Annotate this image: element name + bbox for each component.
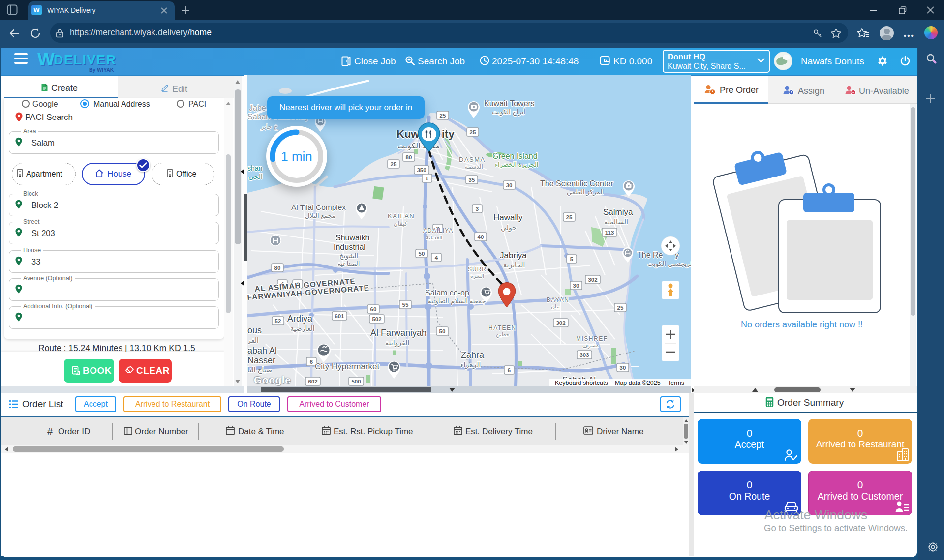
svg-text:Kuwait Towers: Kuwait Towers xyxy=(484,99,535,108)
svg-text:5: 5 xyxy=(570,256,574,262)
svg-text:The Scientific Center: The Scientific Center xyxy=(540,179,613,188)
svg-text:الجزيرة الخضراء: الجزيرة الخضراء xyxy=(495,161,539,169)
svg-text:601: 601 xyxy=(335,313,344,319)
svg-text:صباح النا: صباح النا xyxy=(247,366,272,374)
svg-text:25: 25 xyxy=(391,161,397,167)
svg-text:Jabe: Jabe xyxy=(249,104,266,112)
svg-text:Industrial: Industrial xyxy=(334,243,365,251)
svg-text:52: 52 xyxy=(275,318,281,324)
svg-text:80: 80 xyxy=(274,265,281,271)
svg-text:Nasser: Nasser xyxy=(247,355,275,365)
svg-text:3: 3 xyxy=(476,206,479,212)
svg-text:الدسمة: الدسمة xyxy=(465,163,483,170)
svg-text:الجابرية: الجابرية xyxy=(503,261,525,269)
svg-text:Al Farwaniyah: Al Farwaniyah xyxy=(370,328,426,338)
svg-text:SURR: SURR xyxy=(468,266,487,273)
svg-text:25: 25 xyxy=(617,305,624,311)
svg-text:KAIFAN: KAIFAN xyxy=(388,212,415,220)
svg-text:السالمية: السالمية xyxy=(604,218,628,226)
svg-text:Map data ©2025: Map data ©2025 xyxy=(615,380,661,386)
svg-text:abah Al: abah Al xyxy=(247,346,277,355)
svg-text:الحي: الحي xyxy=(248,173,263,181)
svg-text:DASMA: DASMA xyxy=(459,156,486,163)
svg-text:ous: ous xyxy=(247,325,262,335)
svg-text:30: 30 xyxy=(573,283,579,289)
svg-text:الفروانية: الفروانية xyxy=(385,339,409,347)
svg-text:6: 6 xyxy=(508,367,511,373)
svg-text:حولي: حولي xyxy=(501,224,517,232)
svg-text:Salam co-op: Salam co-op xyxy=(425,289,469,297)
svg-text:حطين: حطين xyxy=(496,331,510,338)
svg-text:60: 60 xyxy=(370,306,377,312)
svg-text:Ardiya: Ardiya xyxy=(287,314,313,324)
svg-text:السرة: السرة xyxy=(470,273,484,279)
svg-text:كيفان: كيفان xyxy=(394,220,407,227)
svg-text:العديلية: العديلية xyxy=(426,235,442,240)
svg-text:Shuwaikh: Shuwaikh xyxy=(335,234,369,242)
svg-text:4: 4 xyxy=(435,255,438,261)
svg-text:Al Tilal Complex: Al Tilal Complex xyxy=(291,203,346,211)
svg-text:BAYAN: BAYAN xyxy=(547,296,569,303)
svg-text:MISHREF: MISHREF xyxy=(576,335,608,342)
svg-text:The Re: The Re xyxy=(637,251,663,259)
svg-text:بيان: بيان xyxy=(551,303,560,309)
svg-text:ity: ity xyxy=(442,128,455,140)
svg-text:مجمع التلال: مجمع التلال xyxy=(305,212,335,220)
svg-text:الزهراء: الزهراء xyxy=(460,361,481,369)
svg-text:50: 50 xyxy=(419,251,425,257)
svg-text:25: 25 xyxy=(470,129,476,135)
svg-text:shan: shan xyxy=(247,164,262,172)
svg-text:العارضية: العارضية xyxy=(290,324,315,333)
svg-text:113: 113 xyxy=(605,230,614,236)
svg-text:Hawally: Hawally xyxy=(493,213,523,222)
svg-text:1: 1 xyxy=(426,176,429,181)
svg-text:40: 40 xyxy=(478,234,484,240)
svg-text:302: 302 xyxy=(556,320,565,326)
svg-text:الشويخ: الشويخ xyxy=(339,252,358,260)
svg-text:602: 602 xyxy=(308,379,317,384)
svg-text:55: 55 xyxy=(402,302,409,308)
svg-text:35: 35 xyxy=(469,177,475,183)
svg-text:30: 30 xyxy=(506,182,513,188)
svg-text:المركز العلمي: المركز العلمي xyxy=(567,188,604,196)
svg-text:350: 350 xyxy=(417,167,426,173)
svg-text:جمعية السلام التعاونية: جمعية السلام التعاونية xyxy=(428,297,486,305)
svg-text:Salmiya: Salmiya xyxy=(603,207,633,217)
svg-text:25: 25 xyxy=(566,214,573,220)
svg-text:Keyboard shortcuts: Keyboard shortcuts xyxy=(555,380,608,386)
svg-text:6: 6 xyxy=(310,359,313,365)
svg-text:أبراج الكويت: أبراج الكويت xyxy=(492,108,525,116)
svg-text:Jabriya: Jabriya xyxy=(500,251,527,260)
svg-text:502: 502 xyxy=(372,316,381,322)
svg-text:303: 303 xyxy=(579,352,589,358)
svg-text:مشرف: مشرف xyxy=(582,342,599,349)
svg-text:Green Island: Green Island xyxy=(492,152,538,160)
svg-text:Zahra: Zahra xyxy=(461,350,485,360)
svg-text:500: 500 xyxy=(351,379,361,384)
svg-text:ADAILIYA: ADAILIYA xyxy=(423,227,453,234)
svg-text:Terms: Terms xyxy=(668,380,684,386)
svg-text:302: 302 xyxy=(588,277,597,283)
svg-text:الصناعية: الصناعية xyxy=(337,260,360,267)
svg-text:Google: Google xyxy=(254,374,291,385)
svg-text:80: 80 xyxy=(406,154,412,160)
svg-text:City Hypermarket: City Hypermarket xyxy=(315,362,380,371)
svg-text:الريجنسي الكويت: الريجنسي الكويت xyxy=(647,260,691,268)
svg-text:25: 25 xyxy=(440,113,446,118)
svg-text:الفر: الفر xyxy=(247,336,259,345)
svg-text:30: 30 xyxy=(620,365,626,371)
svg-text:HATEEN: HATEEN xyxy=(488,324,517,331)
svg-text:50: 50 xyxy=(439,328,446,334)
